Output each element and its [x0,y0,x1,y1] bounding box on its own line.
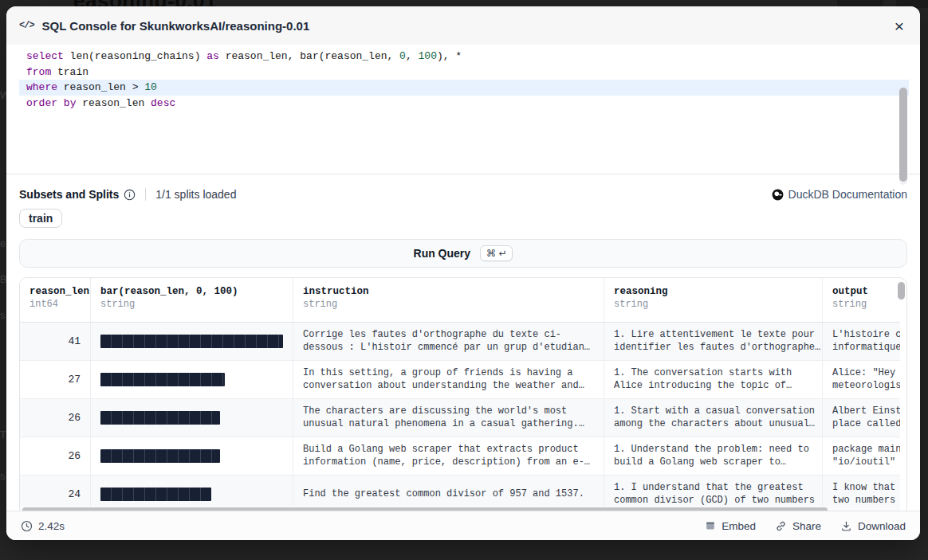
close-icon[interactable]: × [891,16,907,36]
table-body: 41Corrige les fautes d'orthographe du te… [20,323,900,514]
cell-output: L'histoire co informatique [823,323,900,360]
bar-visualization [100,335,283,348]
bar-visualization [100,411,220,425]
split-pill-row: train [6,201,920,228]
sql-line[interactable]: select len(reasoning_chains) as reason_l… [19,49,909,65]
subsets-row: Subsets and Splits 1/1 splits loaded Duc… [6,174,920,201]
cell-bar [91,437,293,475]
subsets-label: Subsets and Splits [19,188,119,201]
background-text-fragment: W [0,89,6,101]
modal-title: SQL Console for SkunkworksAI/reasoning-0… [42,19,310,33]
cell-bar [91,361,293,398]
sql-editor[interactable]: select len(reasoning_chains) as reason_l… [6,45,920,174]
cell-reasoning: 1. The conversation starts with Alice in… [604,361,823,398]
background-text-fragment: T s [0,429,6,441]
table-row: 41Corrige les fautes d'orthographe du te… [20,323,900,361]
cell-reason-len: 26 [20,437,91,475]
run-query-button[interactable]: Run Query ⌘ ↵ [19,239,907,268]
download-button[interactable]: Download [840,520,906,532]
cell-reason-len: 41 [20,323,91,360]
bar-visualization [100,373,225,386]
cell-output: Albert Einste place called [823,399,900,437]
background-text-fragment: s [0,470,6,482]
background-text-fragment: e [0,237,6,249]
column-header-reason-len: reason_lenint64 [20,278,91,322]
split-badge-train[interactable]: train [19,209,62,228]
cell-output: package main "io/ioutil" " [823,437,900,475]
download-icon [840,520,852,532]
cell-bar [91,399,293,437]
duckdb-icon [772,189,784,201]
info-icon[interactable] [124,189,136,201]
bar-visualization [100,488,211,501]
results-table: reason_lenint64bar(reason_len, 0, 100)st… [19,277,907,515]
table-row: 26The characters are discussing the worl… [20,399,900,437]
table-vscrollbar-thumb[interactable] [898,282,905,300]
background-text-fragment: B [0,273,6,285]
splits-loaded-status: 1/1 splits loaded [155,188,236,201]
cell-reason-len: 26 [20,399,91,437]
table-row: 26Build a Golang web scraper that extrac… [20,437,900,476]
query-duration: 2.42s [21,520,65,532]
sql-line[interactable]: order by reason_len desc [19,96,909,112]
background-text-fragment: s [0,309,6,321]
embed-icon [705,520,716,531]
column-header-output: outputstring [823,278,900,322]
divider [145,188,146,201]
link-icon [775,520,787,532]
cell-instruction: In this setting, a group of friends is h… [293,361,604,398]
embed-button[interactable]: Embed [705,520,756,532]
sql-editor-content[interactable]: select len(reasoning_chains) as reason_l… [19,45,909,174]
table-header-row: reason_lenint64bar(reason_len, 0, 100)st… [20,278,900,323]
bar-visualization [100,449,220,463]
sql-line-active[interactable]: where reason_len > 10 [19,80,909,96]
modal-header: </> SQL Console for SkunkworksAI/reasoni… [6,6,920,45]
table-vertical-scrollbar[interactable] [898,280,905,515]
sql-line[interactable]: from train [19,65,909,80]
cell-reasoning: 1. Understand the problem: need to build… [604,437,823,475]
cell-output: Alice: "Hey g meteorologist [823,361,900,398]
table-row: 27In this setting, a group of friends is… [20,361,900,399]
duckdb-documentation-link[interactable]: DuckDB Documentation [772,188,907,201]
sql-console-modal: </> SQL Console for SkunkworksAI/reasoni… [6,6,920,540]
cell-reasoning: 1. Lire attentivement le texte pour iden… [604,323,823,360]
cell-instruction: The characters are discussing the world'… [293,399,604,437]
code-icon: </> [19,20,34,31]
cell-reasoning: 1. Start with a casual conversation amon… [604,399,823,437]
cell-reason-len: 27 [20,361,91,398]
modal-footer: 2.42s Embed Share Download [6,511,920,540]
editor-vertical-scrollbar[interactable] [899,88,907,185]
cell-bar [91,323,293,360]
share-button[interactable]: Share [775,520,821,532]
column-header-reasoning: reasoningstring [604,278,823,322]
column-header-bar-reason-len-0-100-: bar(reason_len, 0, 100)string [91,278,293,322]
cell-instruction: Corrige les fautes d'orthographe du text… [293,323,604,360]
keyboard-shortcut-badge: ⌘ ↵ [480,245,513,261]
cell-instruction: Build a Golang web scraper that extracts… [293,437,604,475]
clock-icon [21,520,33,532]
editor-scrollbar-thumb[interactable] [899,88,907,182]
column-header-instruction: instructionstring [293,278,604,322]
